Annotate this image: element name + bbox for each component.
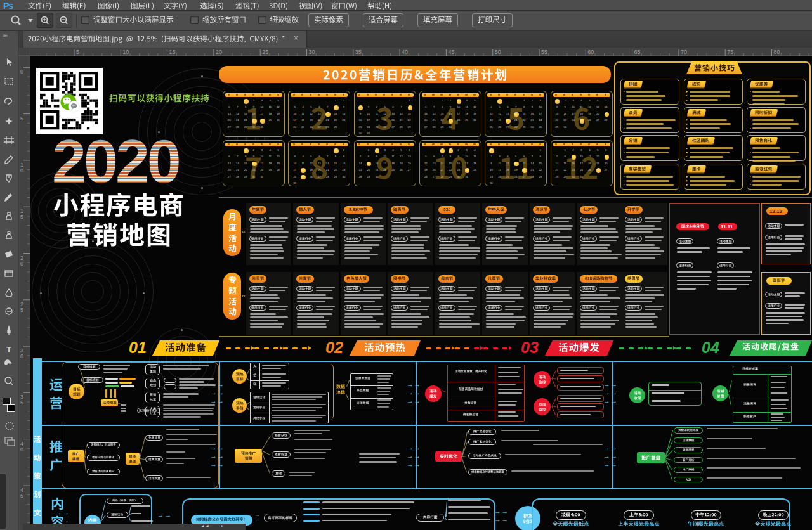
svg-text:25: 25 bbox=[262, 49, 268, 55]
svg-text:45: 45 bbox=[448, 49, 454, 55]
svg-text:5: 5 bbox=[20, 115, 23, 122]
svg-text:5: 5 bbox=[20, 399, 23, 406]
svg-text:80: 80 bbox=[774, 49, 780, 55]
svg-text:70: 70 bbox=[681, 49, 687, 55]
svg-text:15: 15 bbox=[169, 49, 176, 55]
svg-text:0: 0 bbox=[20, 68, 23, 75]
svg-text:5: 5 bbox=[76, 49, 79, 55]
svg-text:30: 30 bbox=[309, 49, 315, 55]
svg-text:75: 75 bbox=[727, 49, 733, 55]
svg-text:0: 0 bbox=[20, 261, 23, 267]
svg-text:5: 5 bbox=[20, 214, 23, 220]
svg-text:5: 5 bbox=[20, 493, 23, 499]
svg-text:5: 5 bbox=[20, 307, 23, 313]
svg-text:50: 50 bbox=[495, 49, 501, 55]
svg-text:60: 60 bbox=[587, 49, 594, 55]
svg-text:0: 0 bbox=[20, 353, 23, 359]
svg-text:10: 10 bbox=[122, 49, 129, 55]
svg-text:55: 55 bbox=[541, 49, 547, 55]
svg-text:0: 0 bbox=[20, 446, 23, 453]
svg-text:65: 65 bbox=[634, 49, 641, 55]
svg-text:20: 20 bbox=[216, 49, 222, 55]
svg-text:35: 35 bbox=[355, 49, 362, 55]
svg-text:0: 0 bbox=[20, 167, 23, 174]
svg-text:T: T bbox=[6, 345, 11, 354]
svg-text:40: 40 bbox=[402, 49, 408, 55]
